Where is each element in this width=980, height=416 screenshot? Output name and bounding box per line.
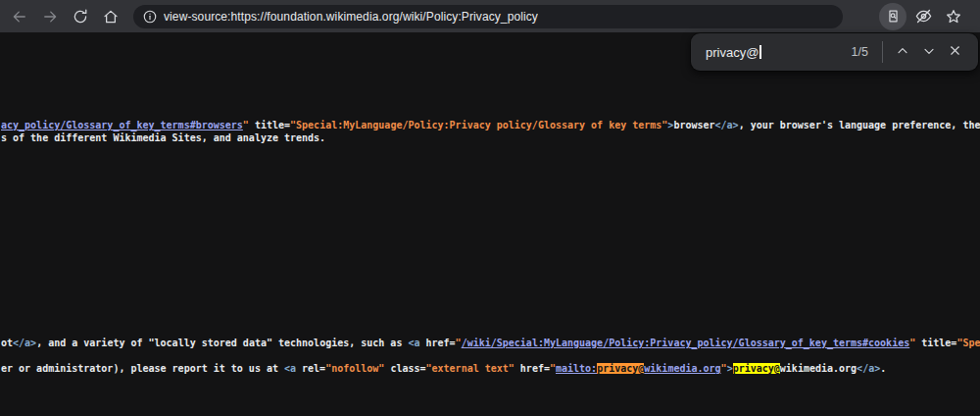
code-segment: rel= [296,363,325,374]
code-segment: href= [419,338,455,348]
back-arrow-icon [11,8,28,26]
findbar-divider [882,41,883,63]
source-link[interactable]: /wiki/Special:MyLanguage/Policy:Privacy_… [462,338,910,348]
code-segment: browser [673,120,714,130]
source-link[interactable]: mailto: [556,363,597,374]
code-segment: , and a variety of "locally stored data"… [36,338,408,348]
find-in-page-icon [885,8,902,25]
toolbar-right-actions [879,3,970,30]
source-code-line: acy_policy/Glossary_of_key_terms#browser… [1,119,980,131]
code-segment: "Spec [956,338,980,348]
code-segment: <a [408,338,419,348]
url-text: view-source:https://foundation.wikimedia… [164,10,538,24]
chevron-down-icon [921,43,937,62]
find-next-button[interactable] [915,39,942,66]
visibility-off-button[interactable] [909,3,937,30]
code-segment: er or administrator), please report it t… [1,363,284,374]
text-caret [760,45,761,59]
find-previous-button[interactable] [889,39,915,66]
browser-toolbar: view-source:https://foundation.wikimedia… [0,0,980,32]
reload-button[interactable] [67,3,94,30]
code-segment: </a> [13,338,36,348]
visibility-off-icon [914,7,933,26]
code-segment: s of the different Wikimedia Sites, and … [1,132,325,143]
source-code-block-bottom: ot</a>, and a variety of "locally stored… [1,337,980,375]
source-link[interactable]: acy_policy/Glossary_of_key_terms#browser… [1,120,243,130]
forward-button[interactable] [36,3,64,30]
forward-arrow-icon [41,8,59,26]
home-icon [102,8,120,26]
close-icon [948,43,962,61]
page-info-icon[interactable] [141,8,159,26]
code-segment: "nofollow" [325,363,384,374]
find-query-text: privacy@ [706,45,759,60]
back-button[interactable] [6,3,33,30]
code-segment: href= [514,363,550,374]
bookmark-button[interactable] [940,3,967,30]
code-segment: ot [1,338,13,348]
code-segment: title= [915,338,956,348]
find-match-active: privacy@ [597,363,644,374]
code-segment: </a> [715,120,739,130]
code-segment: class= [384,363,425,374]
source-code-line [1,349,980,362]
code-segment: "external text" [426,363,514,374]
browser-window: view-source:https://foundation.wikimedia… [0,0,980,416]
source-code-line: s of the different Wikimedia Sites, and … [1,131,980,144]
code-segment: wikimedia.org [780,363,857,374]
chevron-up-icon [895,43,910,62]
reload-icon [72,8,89,26]
url-bar[interactable]: view-source:https://foundation.wikimedia… [133,5,843,28]
code-segment: . [880,363,886,374]
code-segment: title= [249,120,290,130]
source-code-line: ot</a>, and a variety of "locally stored… [1,337,980,349]
find-input[interactable]: privacy@ [706,45,813,60]
find-match-inactive: privacy@ [733,363,780,374]
source-code-block-top: acy_policy/Glossary_of_key_terms#browser… [1,119,980,144]
find-in-page-bar: privacy@ 1/5 [691,33,978,71]
bookmark-star-icon [945,8,962,26]
code-segment: <a [284,363,296,374]
home-button[interactable] [97,3,124,30]
find-close-button[interactable] [942,39,968,66]
code-segment: "Special:MyLanguage/Policy:Privacy polic… [290,120,667,130]
source-link[interactable]: wikimedia.org [644,363,720,374]
code-segment: , your browser's language preference, th… [739,120,980,130]
find-in-page-button[interactable] [879,3,906,30]
code-segment: > [727,363,733,374]
find-match-count: 1/5 [852,45,868,59]
source-code-line: er or administrator), please report it t… [1,362,980,375]
code-segment: </a> [857,363,880,374]
